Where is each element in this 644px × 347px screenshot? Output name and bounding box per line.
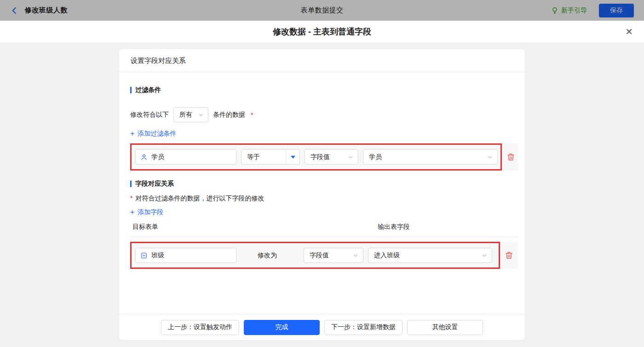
value-type-select[interactable]: 字段值	[305, 149, 358, 165]
page-title: 表单数据提交	[0, 6, 644, 15]
source-field-select[interactable]: 进入班级	[368, 248, 492, 263]
target-field-value: 班级	[151, 251, 164, 260]
mapping-description-text: 对符合过滤条件的数据，进行以下字段的修改	[135, 194, 264, 203]
filter-field-input[interactable]: 学员	[135, 149, 236, 165]
add-field-link[interactable]: + 添加字段	[130, 208, 163, 216]
match-prefix-text: 修改符合以下	[130, 111, 169, 119]
chevron-down-icon	[482, 253, 487, 258]
other-settings-button[interactable]: 其他设置	[407, 320, 483, 335]
guide-label: 新手引导	[561, 6, 587, 15]
match-rule-row: 修改符合以下 所有 条件的数据 *	[130, 107, 518, 122]
plus-icon: +	[130, 130, 134, 137]
compare-field-select[interactable]: 学员	[363, 149, 498, 165]
mapping-description: * 对符合过滤条件的数据，进行以下字段的修改	[130, 194, 518, 203]
card-header-title: 设置字段对应关系	[119, 49, 525, 72]
card-body: 过滤条件 修改符合以下 所有 条件的数据 * + 添加过滤条件	[119, 72, 525, 314]
prev-step-button[interactable]: 上一步：设置触发动作	[161, 320, 239, 335]
filter-condition-row: 学员 等于 字段值 学员	[130, 143, 518, 171]
card-footer: 上一步：设置触发动作 完成 下一步：设置新增数据 其他设置	[119, 314, 525, 340]
trash-icon	[506, 153, 515, 161]
source-field-value: 进入班级	[374, 251, 400, 260]
operator-select[interactable]: 等于	[241, 149, 300, 165]
dialog-title: 修改数据 - 主表到普通字段	[273, 26, 371, 37]
lightbulb-icon	[551, 7, 558, 14]
column-target-form: 目标表单	[132, 223, 378, 231]
next-step-button[interactable]: 下一步：设置新增数据	[324, 320, 402, 335]
required-asterisk: *	[251, 111, 253, 119]
caret-down-icon	[291, 156, 295, 159]
delete-mapping-button[interactable]	[505, 251, 513, 260]
target-field-input[interactable]: 班级	[135, 248, 236, 263]
value-type-value: 字段值	[310, 153, 330, 161]
filter-field-value: 学员	[151, 153, 164, 161]
compare-field-value: 学员	[369, 153, 382, 161]
column-output-field: 输出表字段	[378, 223, 410, 231]
topbar-actions: 新手引导 保存	[551, 4, 634, 17]
section-marker	[130, 87, 132, 93]
close-icon[interactable]: ✕	[625, 27, 633, 36]
chevron-down-icon	[348, 154, 353, 160]
highlight-border-box: 学员 等于 字段值 学员	[130, 143, 502, 171]
dialog-header: 修改数据 - 主表到普通字段 ✕	[0, 21, 644, 43]
mapping-section-title: 字段对应关系	[130, 180, 518, 188]
section-marker	[130, 181, 132, 187]
trash-icon	[505, 251, 513, 260]
match-suffix-text: 条件的数据	[213, 111, 245, 119]
field-mapping-card: 设置字段对应关系 过滤条件 修改符合以下 所有 条件的数据 * + 添加过滤条件	[119, 49, 525, 340]
person-icon	[140, 154, 148, 161]
modify-to-label: 修改为	[258, 251, 280, 260]
save-button[interactable]: 保存	[599, 4, 634, 17]
required-asterisk: *	[130, 194, 132, 202]
add-filter-condition-link[interactable]: + 添加过滤条件	[130, 130, 176, 138]
dropdown-field-icon	[140, 252, 148, 259]
done-button[interactable]: 完成	[244, 320, 320, 335]
chevron-down-icon	[198, 112, 204, 118]
operator-value: 等于	[242, 153, 286, 161]
field-mapping-row: 班级 修改为 字段值 进入班级	[130, 242, 518, 269]
value-type-value: 字段值	[310, 251, 329, 260]
match-mode-select[interactable]: 所有	[173, 107, 208, 122]
plus-icon: +	[130, 209, 134, 216]
highlight-border-box: 班级 修改为 字段值 进入班级	[130, 242, 500, 269]
beginner-guide-link[interactable]: 新手引导	[551, 6, 587, 15]
chevron-down-icon	[353, 253, 358, 258]
chevron-down-icon	[487, 154, 493, 160]
value-type-select[interactable]: 字段值	[304, 248, 363, 263]
match-mode-value: 所有	[179, 111, 192, 119]
filter-section-title: 过滤条件	[130, 86, 518, 94]
mapping-column-headers: 目标表单 输出表字段	[130, 223, 518, 237]
operator-caret-button[interactable]	[286, 150, 299, 164]
top-app-bar: 修改班级人数 表单数据提交 新手引导 保存	[0, 0, 644, 21]
delete-condition-button[interactable]	[506, 153, 515, 161]
